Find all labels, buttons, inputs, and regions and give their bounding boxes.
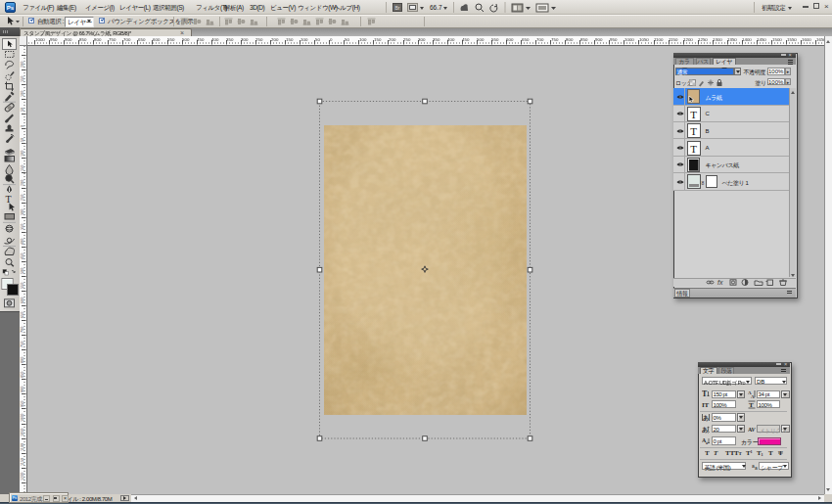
- svg-text:T: T: [6, 194, 12, 205]
- svg-text:A: A: [751, 394, 755, 399]
- svg-text:V: V: [751, 427, 756, 433]
- svg-text:a: a: [755, 465, 758, 471]
- svg-text:fx: fx: [717, 279, 723, 286]
- svg-text:T: T: [739, 451, 743, 456]
- svg-text:T: T: [768, 449, 773, 456]
- svg-text:1: 1: [751, 449, 753, 454]
- svg-text:T: T: [705, 449, 710, 456]
- svg-text:あ: あ: [703, 415, 709, 422]
- svg-text:1: 1: [762, 452, 763, 456]
- svg-text:T: T: [714, 449, 718, 456]
- svg-text:T: T: [778, 449, 783, 456]
- svg-text:T: T: [705, 401, 710, 409]
- svg-text:T: T: [702, 389, 708, 398]
- svg-text:a: a: [706, 440, 708, 445]
